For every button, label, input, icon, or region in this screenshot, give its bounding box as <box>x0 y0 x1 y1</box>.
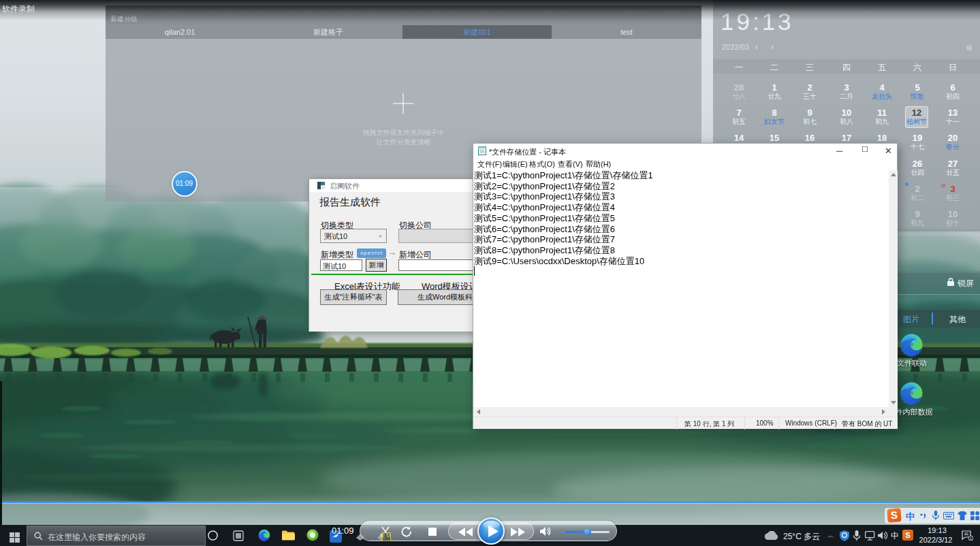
svg-text:1: 1 <box>970 536 972 541</box>
